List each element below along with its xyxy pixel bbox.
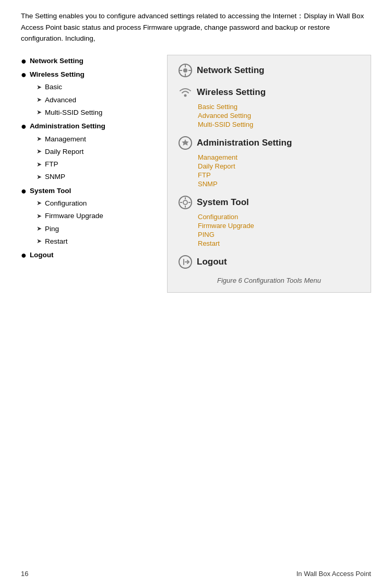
arrow-icon: ➤ [37, 198, 42, 209]
menu-sub-item[interactable]: FTP [198, 171, 360, 179]
menu-sub-item[interactable]: Management [198, 153, 360, 161]
sub-item-label: Daily Report [45, 146, 84, 158]
sub-list-item: ➤Advanced [37, 94, 157, 106]
left-item-label: System Tool [30, 185, 71, 197]
menu-title-systemtool: System Tool [197, 197, 249, 208]
arrow-icon: ➤ [37, 236, 42, 247]
sub-item-label: Ping [45, 223, 59, 235]
sub-list-item: ➤Multi-SSID Setting [37, 106, 157, 119]
sub-item-label: Advanced [45, 94, 76, 106]
sub-list-item: ➤Restart [37, 235, 157, 248]
menu-section-network: Network Setting [178, 63, 360, 78]
sub-item-label: FTP [45, 158, 58, 171]
page-footer: 16 In Wall Box Access Point [0, 570, 392, 578]
bullet-icon: ● [21, 56, 27, 66]
arrow-icon: ➤ [37, 134, 42, 145]
sub-item-label: Restart [45, 235, 68, 248]
bullet-icon: ● [21, 70, 27, 79]
menu-sub-item[interactable]: Restart [198, 239, 360, 247]
menu-header-systemtool: System Tool [178, 195, 360, 210]
menu-header-wireless: Wireless Setting [178, 85, 360, 100]
network-icon [178, 63, 193, 78]
menu-sub-items-administration: ManagementDaily ReportFTPSNMP [198, 153, 360, 188]
systemtool-icon [178, 195, 193, 210]
sub-list: ➤Basic➤Advanced➤Multi-SSID Setting [37, 81, 157, 119]
sub-list-item: ➤Management [37, 133, 157, 146]
left-item-label: Logout [30, 249, 54, 261]
bullet-icon: ● [21, 122, 27, 131]
menu-title-wireless: Wireless Setting [197, 87, 266, 98]
arrow-icon: ➤ [37, 223, 42, 235]
menu-sub-item[interactable]: Multi-SSID Setting [198, 121, 360, 128]
sub-item-label: Management [45, 133, 86, 146]
left-item-label: Wireless Setting [30, 68, 85, 81]
figure-caption: Figure 6 Configuration Tools Menu [178, 277, 360, 284]
menu-sub-item[interactable]: Advanced Setting [198, 112, 360, 119]
menu-sub-items-wireless: Basic SettingAdvanced SettingMulti-SSID … [198, 103, 360, 128]
menu-sub-item[interactable]: Firmware Upgrade [198, 222, 360, 230]
arrow-icon: ➤ [37, 107, 42, 118]
sub-list-item: ➤SNMP [37, 171, 157, 183]
arrow-icon: ➤ [37, 159, 42, 171]
left-main-item: ●System Tool [21, 185, 157, 197]
bullet-icon: ● [21, 186, 27, 196]
sub-item-label: Basic [45, 81, 62, 93]
product-name: In Wall Box Access Point [296, 570, 371, 578]
menu-header-logout: Logout [178, 255, 360, 269]
sub-item-label: SNMP [45, 171, 65, 183]
left-main-item: ●Network Setting [21, 55, 157, 67]
menu-section-systemtool: System ToolConfigurationFirmware Upgrade… [178, 195, 360, 247]
svg-point-6 [184, 94, 187, 97]
sub-list-item: ➤Daily Report [37, 146, 157, 158]
intro-paragraph: The Setting enables you to configure adv… [21, 10, 371, 44]
logout-icon [178, 255, 193, 269]
left-list: ●Network Setting●Wireless Setting➤Basic➤… [21, 55, 157, 263]
menu-sub-item[interactable]: PING [198, 231, 360, 238]
sub-list: ➤Configuration➤Firmware Upgrade➤Ping➤Res… [37, 197, 157, 248]
arrow-icon: ➤ [37, 94, 42, 106]
menu-title-network: Network Setting [197, 65, 264, 76]
sub-list-item: ➤Firmware Upgrade [37, 210, 157, 222]
sub-list-item: ➤Configuration [37, 197, 157, 210]
sub-item-label: Configuration [45, 197, 87, 210]
menu-sub-item[interactable]: Daily Report [198, 162, 360, 170]
sub-item-label: Firmware Upgrade [45, 210, 103, 222]
left-item-label: Administration Setting [30, 120, 105, 133]
arrow-icon: ➤ [37, 146, 42, 158]
menu-sub-item[interactable]: Configuration [198, 213, 360, 221]
svg-point-9 [183, 200, 187, 205]
left-main-item: ●Wireless Setting [21, 68, 157, 81]
left-item-label: Network Setting [30, 55, 84, 67]
administration-icon [178, 136, 193, 150]
left-main-item: ●Logout [21, 249, 157, 261]
arrow-icon: ➤ [37, 82, 42, 93]
menu-header-administration: Administration Setting [178, 136, 360, 150]
svg-point-1 [183, 68, 187, 73]
menu-sub-item[interactable]: Basic Setting [198, 103, 360, 111]
menu-sub-item[interactable]: SNMP [198, 180, 360, 188]
sub-list: ➤Management➤Daily Report➤FTP➤SNMP [37, 133, 157, 184]
menu-section-administration: Administration SettingManagementDaily Re… [178, 136, 360, 188]
menu-title-logout: Logout [197, 257, 227, 267]
arrow-icon: ➤ [37, 172, 42, 183]
main-content: ●Network Setting●Wireless Setting➤Basic➤… [21, 55, 371, 293]
wireless-icon [178, 85, 193, 100]
menu-section-wireless: Wireless SettingBasic SettingAdvanced Se… [178, 85, 360, 128]
sub-list-item: ➤Basic [37, 81, 157, 93]
page-number: 16 [21, 570, 28, 578]
menu-sub-items-systemtool: ConfigurationFirmware UpgradePINGRestart [198, 213, 360, 247]
left-main-item: ●Administration Setting [21, 120, 157, 133]
main-nav-list: ●Network Setting●Wireless Setting➤Basic➤… [21, 55, 157, 262]
menu-header-network: Network Setting [178, 63, 360, 78]
right-panel: Network Setting Wireless SettingBasic Se… [167, 55, 371, 293]
sub-list-item: ➤FTP [37, 158, 157, 171]
arrow-icon: ➤ [37, 211, 42, 222]
menu-section-logout: Logout [178, 255, 360, 269]
sub-item-label: Multi-SSID Setting [45, 106, 102, 119]
menu-title-administration: Administration Setting [197, 138, 292, 148]
bullet-icon: ● [21, 250, 27, 260]
sub-list-item: ➤Ping [37, 223, 157, 235]
